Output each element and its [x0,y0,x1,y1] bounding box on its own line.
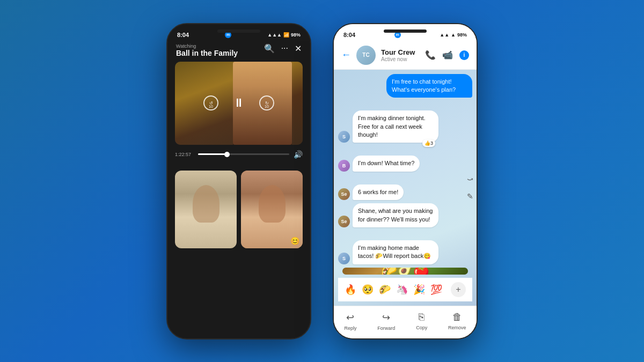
message-bubble-bria: I'm down! What time? [353,156,420,171]
status-icons-1: ▲▲▲ 📶 98% [267,32,301,38]
message-text-2: I'm making dinner tonight. Free for a ca… [358,115,426,138]
messenger-header: ← TC Tour Crew Active now 📞 📹 i [334,41,477,70]
copy-icon: ⎘ [419,312,425,323]
group-avatar: TC [356,46,376,65]
message-row-seyit-1: Se 6 works for me! [338,184,472,200]
participants-area: 😊 [167,164,310,255]
chat-area: I'm free to chat tonight! What's everyon… [334,70,477,306]
video-player: ↺10 ⏸ ↻10 [175,62,303,145]
wifi-icon-2: ▲ [451,32,456,38]
video-call-icon[interactable]: 📹 [442,50,453,60]
emoji-unicorn[interactable]: 🦄 [396,284,408,295]
message-bubble-sent-1: I'm free to chat tonight! What's everyon… [386,74,472,98]
avatar-bria: B [338,160,350,172]
taco-image: 🌮🥑🍅 [342,268,468,275]
playback-controls: ↺10 ⏸ ↻10 [203,93,274,113]
phones-container: 8:04 m ▲▲▲ 📶 98% Watching Ball in the Fa… [166,23,478,339]
watch-header: Watching Ball in the Family 🔍 ··· ✕ [167,41,310,62]
add-emoji-button[interactable]: + [451,282,466,297]
pause-button[interactable]: ⏸ [229,93,248,113]
watch-controls-top: 🔍 ··· ✕ [264,43,302,54]
back-button[interactable]: ← [341,49,351,61]
wifi-icon: 📶 [283,32,289,38]
close-icon[interactable]: ✕ [295,43,302,54]
message-bubble-seyit-1: 6 works for me! [353,184,404,200]
header-actions: 📞 📹 i [425,50,469,60]
progress-fill [198,153,225,155]
messenger-icon-2: m [394,32,401,38]
rewind-button[interactable]: ↺10 [203,95,218,110]
phone-watch-party: 8:04 m ▲▲▲ 📶 98% Watching Ball in the Fa… [166,23,311,339]
avatar-seyit: Se [338,188,350,200]
signal-icon: ▲▲▲ [267,32,282,38]
copy-label: Copy [416,325,427,330]
status-icons-2: ▲▲ ▲ 98% [440,32,467,38]
reply-button[interactable]: ↩ Reply [344,312,356,331]
message-text-5: Shane, what are you making for dinner?? … [358,208,433,222]
time-1: 8:04 [177,32,189,38]
participant-card-1 [175,171,237,248]
watching-label: Watching [176,43,238,49]
progress-area: 1:22:57 🔊 [167,145,310,164]
emoji-pleading[interactable]: 🥺 [362,284,374,295]
group-status: Active now [381,56,420,62]
forward-button[interactable]: ↪ Forward [377,312,395,331]
message-row-shane-1: S I'm making dinner tonight. Free for a … [338,110,472,143]
remove-button[interactable]: 🗑 Remove [448,312,466,331]
status-bar-2: 8:04 m ▲▲ ▲ 98% [334,24,477,41]
messenger-screen: 8:04 m ▲▲ ▲ 98% ← TC Tour Crew Active [334,24,477,338]
emoji-fire[interactable]: 🔥 [345,284,356,295]
emoji-100[interactable]: 💯 [430,284,442,295]
message-text-1: I'm free to chat tonight! What's everyon… [392,78,456,93]
message-row-bria: B I'm down! What time? [338,156,472,171]
time-2: 8:04 [343,32,355,38]
messenger-icon-1: m [225,32,231,38]
forward-label: Forward [377,326,395,331]
message-row-sent-1: I'm free to chat tonight! What's everyon… [338,74,472,98]
remove-label: Remove [448,325,466,330]
reaction-badge: 👍3 [422,139,435,147]
group-info: Tour Crew Active now [381,48,420,62]
message-row-shane-2: S I'm making home made tacos! 🌮Will repo… [338,240,472,264]
battery-label-2: 98% [457,32,467,38]
phone-messenger: 8:04 m ▲▲ ▲ 98% ← TC Tour Crew Active [333,23,478,339]
message-bubble-shane-1: I'm making dinner tonight. Free for a ca… [353,110,438,143]
message-bubble-seyit-2: Shane, what are you making for dinner?? … [353,203,438,227]
avatar-shane-2: S [338,253,350,264]
share-icon[interactable]: ⤻ [467,175,473,183]
reply-icon: ↩ [346,312,354,323]
info-icon[interactable]: i [459,50,469,60]
edit-icon[interactable]: ✎ [467,192,473,201]
emoji-party[interactable]: 🎉 [413,284,425,295]
message-text-4: 6 works for me! [358,189,398,195]
avatar-shane: S [338,131,350,143]
watch-party-screen: 8:04 m ▲▲▲ 📶 98% Watching Ball in the Fa… [167,24,310,338]
status-bar-1: 8:04 m ▲▲▲ 📶 98% [167,24,310,41]
remove-icon: 🗑 [452,312,462,323]
more-icon[interactable]: ··· [281,43,288,53]
volume-icon[interactable]: 🔊 [294,150,303,159]
message-bubble-shane-2: I'm making home made tacos! 🌮Will report… [353,240,438,264]
show-title: Ball in the Family [176,49,238,57]
call-icon[interactable]: 📞 [425,50,436,60]
forward-icon: ↪ [382,312,390,323]
emoji-reaction-bar: 🔥 🥺 🌮 🦄 🎉 💯 + [338,278,472,301]
signal-icon-2: ▲▲ [440,32,449,38]
message-row-seyit-2: Se Shane, what are you making for dinner… [338,203,472,227]
battery-label: 98% [291,32,301,38]
search-icon[interactable]: 🔍 [264,43,275,54]
progress-dot[interactable] [224,152,230,157]
participant-emoji-2: 😊 [290,237,299,245]
participant-card-2: 😊 [241,171,303,248]
action-sidebar: ⤻ ✎ [467,175,473,201]
watch-title-area: Watching Ball in the Family [176,43,238,57]
current-time: 1:22:57 [175,152,194,157]
emoji-taco[interactable]: 🌮 [379,284,391,295]
reply-label: Reply [344,326,356,331]
forward-button[interactable]: ↻10 [259,95,274,110]
copy-button[interactable]: ⎘ Copy [416,312,427,331]
group-name: Tour Crew [381,48,420,56]
avatar-seyit-2: Se [338,216,350,227]
video-progress-bar[interactable] [198,153,289,155]
message-text-3: I'm down! What time? [358,160,414,166]
